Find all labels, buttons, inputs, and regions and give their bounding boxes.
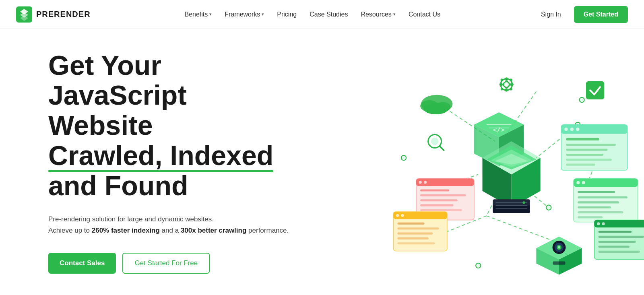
svg-rect-92	[420, 189, 449, 191]
svg-rect-34	[510, 83, 514, 86]
hero-title-underlined: Crawled, Indexed	[48, 140, 273, 171]
svg-rect-101	[398, 223, 425, 225]
svg-point-112	[558, 246, 560, 248]
nav-case-studies[interactable]: Case Studies	[310, 11, 348, 18]
svg-rect-87	[599, 251, 640, 253]
nav-benefits[interactable]: Benefits ▾	[184, 11, 212, 18]
hero-section: Get Your JavaScript Website Crawled, Ind…	[0, 29, 644, 295]
svg-point-23	[579, 97, 584, 102]
svg-rect-96	[420, 209, 462, 211]
svg-point-61	[570, 128, 574, 131]
svg-point-57	[522, 201, 525, 204]
svg-rect-39	[586, 81, 604, 99]
hero-title: Get Your JavaScript Website Crawled, Ind…	[48, 50, 298, 201]
nav-contact[interactable]: Contact Us	[409, 11, 440, 18]
svg-rect-67	[566, 159, 611, 161]
svg-point-62	[576, 128, 579, 131]
svg-rect-66	[566, 154, 603, 156]
svg-point-22	[476, 263, 481, 268]
svg-rect-75	[578, 201, 619, 203]
chevron-down-icon: ▾	[209, 12, 212, 17]
svg-rect-84	[599, 236, 644, 238]
svg-rect-31	[505, 78, 508, 81]
svg-rect-65	[566, 149, 607, 151]
svg-point-90	[419, 181, 422, 184]
svg-point-72	[582, 181, 585, 184]
svg-rect-93	[420, 194, 466, 196]
svg-point-91	[424, 181, 427, 184]
svg-rect-77	[578, 211, 623, 213]
svg-rect-78	[578, 216, 603, 218]
svg-rect-86	[599, 245, 630, 248]
svg-point-60	[564, 128, 568, 131]
illustration-svg: </>	[362, 29, 644, 295]
svg-point-18	[546, 205, 551, 210]
svg-rect-76	[578, 206, 611, 208]
svg-rect-73	[578, 191, 615, 193]
svg-rect-32	[505, 88, 508, 91]
nav-actions: Sign In Get Started	[535, 6, 628, 23]
logo[interactable]: PRERENDER	[16, 6, 91, 23]
hero-illustration: </>	[362, 29, 644, 295]
svg-rect-113	[553, 262, 566, 265]
svg-point-28	[423, 103, 448, 114]
brand-name: PRERENDER	[36, 10, 91, 19]
nav-resources[interactable]: Resources ▾	[361, 11, 395, 18]
nav-pricing[interactable]: Pricing	[277, 11, 297, 18]
svg-point-30	[504, 82, 509, 87]
svg-rect-33	[500, 83, 503, 86]
get-started-nav-button[interactable]: Get Started	[574, 6, 628, 23]
svg-rect-94	[420, 199, 458, 201]
svg-rect-63	[566, 138, 599, 140]
hero-content: Get Your JavaScript Website Crawled, Ind…	[48, 50, 298, 274]
svg-rect-85	[599, 241, 636, 243]
svg-point-100	[401, 214, 404, 217]
svg-rect-53	[493, 206, 530, 213]
svg-rect-95	[420, 204, 453, 206]
svg-rect-104	[398, 237, 429, 239]
svg-rect-105	[398, 242, 435, 244]
logo-icon	[16, 6, 32, 23]
svg-line-11	[487, 216, 553, 241]
sign-in-button[interactable]: Sign In	[535, 8, 568, 21]
svg-text:</>: </>	[493, 126, 505, 134]
get-started-free-button[interactable]: Get Started For Free	[122, 253, 210, 274]
hero-buttons: Contact Sales Get Started For Free	[48, 253, 298, 274]
svg-point-71	[576, 181, 580, 184]
svg-rect-74	[578, 196, 627, 198]
svg-rect-80	[594, 220, 644, 228]
svg-point-115	[431, 138, 439, 145]
svg-point-99	[396, 214, 399, 217]
svg-rect-64	[566, 144, 616, 146]
navbar: PRERENDER Benefits ▾ Frameworks ▾ Pricin…	[0, 0, 644, 29]
svg-point-82	[602, 222, 605, 225]
svg-rect-103	[398, 233, 433, 235]
svg-rect-37	[500, 87, 504, 91]
svg-rect-68	[566, 164, 595, 166]
svg-rect-36	[509, 78, 513, 82]
svg-rect-83	[599, 231, 632, 233]
svg-rect-35	[500, 78, 504, 82]
svg-line-116	[439, 146, 444, 150]
nav-links: Benefits ▾ Frameworks ▾ Pricing Case Stu…	[184, 11, 440, 18]
svg-rect-38	[509, 87, 513, 91]
chevron-down-icon: ▾	[393, 12, 396, 17]
nav-frameworks[interactable]: Frameworks ▾	[225, 11, 264, 18]
contact-sales-button[interactable]: Contact Sales	[48, 253, 116, 274]
svg-point-20	[401, 155, 406, 160]
chevron-down-icon: ▾	[262, 12, 264, 17]
hero-subtitle: Pre-rendering solution for large and dyn…	[48, 214, 298, 237]
svg-point-81	[597, 222, 600, 225]
svg-rect-102	[398, 227, 439, 229]
